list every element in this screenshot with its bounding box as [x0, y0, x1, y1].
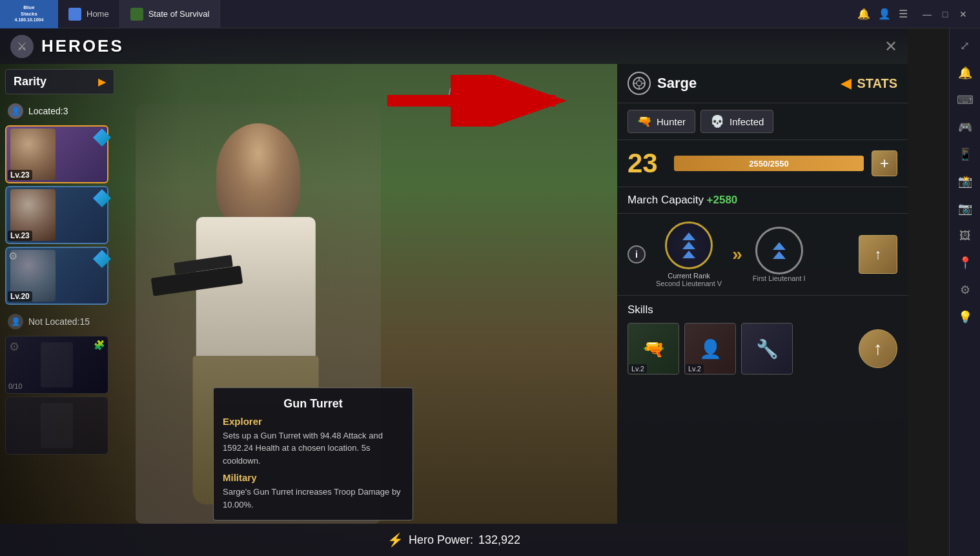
located-label: Located:3 [28, 106, 68, 116]
rarity-filter[interactable]: Rarity ▶ [5, 69, 114, 94]
game-tab-label: State of Survival [148, 9, 210, 19]
current-rank-container: Current Rank Second Lieutenant V [656, 221, 722, 287]
brawler-level: Lv.23 [8, 231, 32, 241]
sidebar-brightness-button[interactable]: 💡 [953, 305, 977, 329]
heroes-title: HEROES [41, 36, 124, 56]
chev-1 [682, 232, 695, 240]
located-icon: 👤 [8, 103, 23, 119]
located-header: 👤 Located:3 [0, 99, 119, 123]
not-located-label: Not Located:15 [28, 316, 90, 327]
skill-card-2[interactable]: 👤 Lv.2 [684, 323, 736, 375]
hero-silhouette [41, 342, 73, 387]
sidebar-volume-button[interactable]: 🔔 [953, 61, 977, 85]
rank-inner [671, 228, 706, 263]
rank-section: i [617, 214, 908, 296]
notify-icon[interactable]: 🔔 [857, 8, 870, 20]
next-rank-inner [762, 233, 797, 268]
stats-header: Sarge ◀ STATS [617, 64, 908, 103]
sidebar-settings-button[interactable]: ⚙ [953, 278, 977, 302]
infected-icon: 💀 [710, 114, 724, 129]
skill-card-1[interactable]: 🔫 Lv.2 [628, 323, 679, 375]
home-tab[interactable]: Home [58, 0, 120, 28]
skill-2-level: Lv.2 [686, 364, 704, 373]
level-up-button[interactable]: + [872, 150, 897, 176]
not-located-header: 👤 Not Located:15 [0, 310, 119, 333]
tooltip-title: Gun Turret [223, 397, 403, 411]
skill-card-3[interactable]: 🔧 [741, 323, 793, 375]
hero-name: Sarge [657, 75, 841, 92]
hero-head [216, 123, 300, 223]
stats-label: STATS [857, 76, 897, 91]
next-rank-container: First Lieutenant I [753, 227, 806, 282]
infected-badge: 💀 Infected [700, 110, 773, 133]
titlebar-right: 🔔 👤 ☰ — □ ✕ [857, 8, 980, 21]
account-icon[interactable]: 👤 [878, 8, 891, 20]
sidebar-controls-button[interactable]: 🎮 [953, 115, 977, 139]
back-button[interactable]: ◀ [841, 75, 852, 92]
not-located-icon: 👤 [8, 314, 23, 329]
menu-icon[interactable]: ☰ [899, 8, 908, 20]
skill-1-level: Lv.2 [629, 364, 647, 373]
chev-row-2 [682, 242, 695, 249]
bluestacks-logo: BlueStacks4.180.10.1004 [0, 0, 58, 28]
skill-upgrade-button[interactable]: ↑ [859, 329, 897, 368]
sidebar-media-button[interactable]: 🖼 [953, 223, 977, 248]
chev-2 [682, 242, 695, 249]
upgrade-rank-button[interactable]: ↑ [859, 235, 897, 274]
heroes-header: ⚔ HEROES ✕ [0, 28, 908, 64]
tooltip-type2: Military [223, 472, 403, 483]
sidebar-camera-button[interactable]: 📷 [953, 196, 977, 221]
maximize-button[interactable]: □ [939, 8, 952, 21]
rarity-label: Rarity [14, 75, 98, 88]
upgrade-button-container: ↑ [859, 235, 897, 274]
hunter-label: Hunter [657, 116, 686, 127]
game-tab-icon [130, 8, 143, 21]
heroes-close-button[interactable]: ✕ [884, 37, 897, 56]
hero-card-sarge-inner: Lv.23 [5, 125, 108, 183]
chev-row-1 [682, 232, 695, 240]
power-icon: ⚡ [387, 532, 403, 548]
march-capacity-value: +2580 [707, 194, 738, 206]
not-located-card-1[interactable]: ⚙ 🧩 0/10 [5, 336, 108, 394]
sidebar-screenshot-button[interactable]: 📸 [953, 169, 977, 194]
svg-point-3 [637, 81, 642, 86]
sidebar-location-button[interactable]: 📍 [953, 251, 977, 275]
rank-chevrons [682, 232, 695, 258]
sidebar-phone-button[interactable]: 📱 [953, 142, 977, 167]
rank-info-button[interactable]: i [628, 245, 646, 263]
hero-silhouette-2 [41, 403, 73, 448]
heroes-icon: ⚔ [10, 35, 34, 58]
next-chev-row-2 [773, 251, 786, 259]
skills-row: 🔫 Lv.2 👤 Lv.2 🔧 ↑ [628, 323, 897, 375]
current-rank-name: Second Lieutenant V [656, 280, 722, 287]
hero-count: 0/10 [8, 382, 22, 390]
game-tab[interactable]: State of Survival [120, 0, 221, 28]
right-sidebar: ⤢ 🔔 ⌨ 🎮 📱 📸 📷 🖼 📍 ⚙ 💡 [949, 28, 980, 556]
hero-card-dark[interactable]: ⚙ Lv.20 [5, 247, 114, 305]
close-button[interactable]: ✕ [957, 8, 970, 21]
chev-3 [682, 251, 695, 258]
tooltip-type1: Explorer [223, 416, 403, 427]
tooltip-desc2: Sarge's Gun Turret increases Troop Damag… [223, 486, 403, 511]
hero-card-sarge[interactable]: Lv.23 [5, 125, 114, 183]
not-located-card-2[interactable] [5, 396, 108, 455]
game-area: ⚔ HEROES ✕ Rarity ▶ 👤 Located:3 Lv.23 [0, 28, 908, 556]
titlebar: BlueStacks4.180.10.1004 Home State of Su… [0, 0, 980, 28]
gun-turret-tooltip: Gun Turret Explorer Sets up a Gun Turret… [213, 387, 413, 521]
sidebar-expand-button[interactable]: ⤢ [953, 34, 977, 58]
next-rank-chevrons [773, 242, 786, 259]
home-tab-label: Home [87, 9, 109, 19]
minimize-button[interactable]: — [921, 8, 934, 21]
hero-card-brawler[interactable]: Lv.23 [5, 186, 114, 244]
current-rank-label: Current Rank [668, 272, 709, 280]
dark-gear-icon: ⚙ [8, 250, 17, 262]
sarge-level: Lv.23 [8, 170, 32, 180]
power-label: Hero Power: [409, 533, 473, 547]
next-chev-1 [773, 242, 786, 250]
left-sidebar: Rarity ▶ 👤 Located:3 Lv.23 Lv.23 [0, 64, 119, 524]
rarity-arrow-icon: ▶ [98, 76, 106, 88]
sidebar-keyboard-button[interactable]: ⌨ [953, 88, 977, 112]
red-arrow-container [387, 75, 581, 127]
infected-label: Infected [730, 116, 764, 127]
next-rank-name: First Lieutenant I [753, 274, 806, 282]
